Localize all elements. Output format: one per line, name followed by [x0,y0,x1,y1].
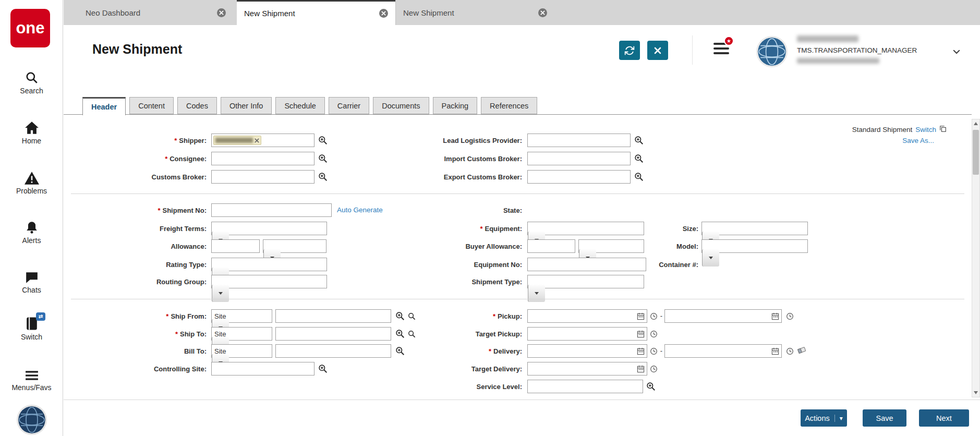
sidebar-item-alerts[interactable]: Alerts [0,220,63,245]
shipper-input[interactable] [211,134,314,147]
pickup-end-input[interactable] [664,309,782,323]
service-level-lookup-icon[interactable] [645,380,657,393]
tab-content[interactable]: Content [129,97,174,114]
refresh-button[interactable] [619,41,640,60]
sidebar-item-home[interactable]: Home [0,120,63,145]
required-marker: * [489,347,491,355]
controlling-site-lookup-icon[interactable] [317,362,329,376]
controlling-site-input[interactable] [211,362,314,376]
select-dropdown-icon [528,285,545,302]
bill-to-type-select[interactable]: Site [211,344,272,358]
calendar-icon[interactable] [770,309,780,323]
required-marker: * [493,312,495,320]
ship-from-input[interactable] [275,309,391,323]
user-menu-chevron[interactable] [948,44,965,59]
export-customs-broker-input[interactable] [527,170,631,184]
window-tab-new-shipment-2[interactable]: New Shipment [395,0,554,25]
required-marker: * [166,312,168,320]
target-delivery-input[interactable] [527,362,647,376]
calendar-icon[interactable] [636,327,645,341]
scroll-down-button[interactable] [972,389,979,397]
tab-header[interactable]: Header [82,97,126,115]
delivery-start-input[interactable] [527,344,647,358]
clock-icon[interactable] [649,327,658,341]
import-customs-broker-label: Import Customs Broker: [444,155,522,163]
buyer-allowance-input[interactable] [527,239,575,253]
freight-terms-select[interactable] [211,222,327,235]
delivery-end-input[interactable] [664,344,782,358]
next-button[interactable]: Next [919,409,969,427]
window-tab-label: New Shipment [403,8,454,17]
consignee-input[interactable] [211,152,314,165]
shipper-lookup-icon[interactable] [317,134,329,147]
allowance-unit-select[interactable] [263,239,326,253]
export-customs-broker-label: Export Customs Broker: [444,173,522,181]
actions-button[interactable]: Actions ▾ [801,409,847,427]
container-no-label: Container #: [659,261,698,269]
model-label: Model: [676,243,698,250]
close-tab-icon[interactable] [217,8,226,17]
scrollbar-thumb[interactable] [973,130,979,175]
clock-icon[interactable] [649,362,658,376]
bill-to-input[interactable] [275,344,391,358]
sidebar-item-menus-favs[interactable]: Menus/Favs [0,367,63,392]
export-customs-broker-lookup-icon[interactable] [633,170,645,184]
eraser-icon[interactable] [796,343,807,357]
tab-references[interactable]: References [481,97,537,114]
tab-packing[interactable]: Packing [433,97,478,114]
sidebar-item-search[interactable]: Search [0,70,63,95]
close-page-button[interactable] [647,41,668,60]
save-button[interactable]: Save [863,409,906,427]
close-tab-icon[interactable] [379,9,388,18]
allowance-input[interactable] [211,239,260,253]
routing-group-select[interactable] [211,275,327,288]
service-level-input[interactable] [527,380,643,393]
scroll-up-button[interactable] [972,119,979,128]
lead-logistics-provider-lookup-icon[interactable] [633,134,645,147]
calendar-icon[interactable] [636,344,645,358]
remove-token-icon[interactable] [255,138,259,143]
clock-icon[interactable] [785,309,794,323]
target-pickup-input[interactable] [527,327,647,341]
clock-icon[interactable] [649,344,658,358]
sidebar-item-problems[interactable]: Problems [0,170,63,195]
lead-logistics-provider-input[interactable] [527,134,631,147]
close-tab-icon[interactable] [538,8,547,17]
shipment-type-select[interactable] [527,275,644,288]
switch-link[interactable]: Switch [915,126,936,134]
ship-from-type-select[interactable]: Site [211,309,272,323]
ship-to-type-select[interactable]: Site [211,327,272,341]
model-select[interactable] [701,239,808,253]
calendar-icon[interactable] [636,309,645,323]
copy-icon[interactable] [939,125,947,134]
customs-broker-lookup-icon[interactable] [317,170,329,184]
pickup-start-input[interactable] [527,309,647,323]
tab-documents[interactable]: Documents [373,97,429,114]
window-tab-neo-dashboard[interactable]: Neo Dashboard [78,0,233,25]
auto-generate-link[interactable]: Auto Generate [337,203,383,217]
tab-other-info[interactable]: Other Info [221,97,272,114]
import-customs-broker-input[interactable] [527,152,631,165]
calendar-icon[interactable] [636,362,645,376]
sidebar-user-avatar[interactable] [18,406,45,433]
customs-broker-input[interactable] [211,170,314,184]
rating-type-select[interactable] [211,258,327,271]
vertical-scrollbar[interactable] [972,119,980,397]
user-avatar[interactable] [758,38,786,66]
tab-codes[interactable]: Codes [177,97,217,114]
sidebar-item-chats[interactable]: Chats [0,269,63,294]
clock-icon[interactable] [785,344,794,358]
calendar-icon[interactable] [770,344,780,358]
window-tab-new-shipment-active[interactable]: New Shipment [237,0,395,25]
date-range-separator: - [659,344,664,358]
tab-schedule[interactable]: Schedule [275,97,324,114]
shipment-no-input[interactable] [211,203,332,217]
consignee-lookup-icon[interactable] [317,152,329,165]
tab-carrier[interactable]: Carrier [329,97,369,114]
save-as-link[interactable]: Save As... [902,137,934,144]
ship-to-input[interactable] [275,327,391,341]
import-customs-broker-lookup-icon[interactable] [633,152,645,165]
clock-icon[interactable] [649,309,658,323]
size-select[interactable] [701,222,808,235]
sidebar-item-switch[interactable]: ⇄ Switch [0,316,63,341]
